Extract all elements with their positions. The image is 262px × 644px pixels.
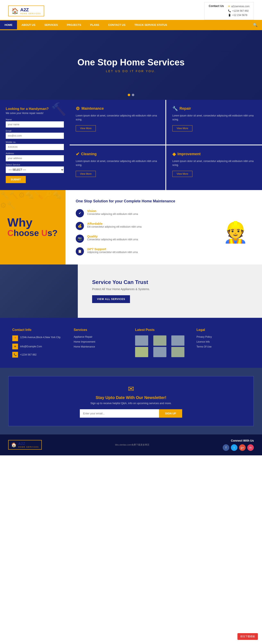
footer-logo-brand: A2Z [18, 442, 39, 446]
footer-email-icon: ✉ [12, 344, 18, 349]
repair-card: 🔧Repair Lorem ipsum dolor sit amet, cons… [166, 100, 262, 144]
hero-subtitle: LET US DO IT FOR YOU. [106, 70, 156, 73]
post-thumb-1 [135, 336, 148, 346]
posts-grid [135, 336, 188, 357]
connect-heading: Connect With Us [223, 439, 254, 442]
nav-contact[interactable]: CONTACT US [104, 20, 130, 29]
trust-heading: Service You Can Trust [92, 279, 248, 286]
footer-legal-2[interactable]: Licence Info [197, 340, 250, 343]
view-all-services-btn[interactable]: VIEW ALL SERVICES [92, 295, 130, 303]
footer-bottom-logo: 🏠 A2Z HOME SERVICES [8, 440, 42, 450]
hoose-text: hoose [13, 228, 41, 238]
why-right-heading: One Stop Solution for your Complete Home… [76, 199, 252, 204]
footer-services-heading: Services [74, 328, 127, 332]
improvement-card: ◆Improvement Lorem ipsum dolor sit amet,… [166, 145, 262, 190]
email-input[interactable] [6, 133, 64, 139]
footer-logo-sub: HOME SERVICES [18, 446, 39, 448]
cleaning-view-btn[interactable]: View More [76, 171, 96, 177]
quality-title: Quality [87, 234, 138, 238]
google-plus-icon[interactable]: g+ [239, 444, 246, 451]
footer-service-2[interactable]: Home Improvement [74, 340, 127, 343]
handyman-form: 🔨 Looking for a Handyman? We solve your … [0, 100, 70, 190]
trust-image [0, 264, 78, 318]
quality-desc: Consectetur adipiscing elit estibulum ni… [87, 238, 138, 241]
nav-services[interactable]: SERVICES [40, 20, 62, 29]
newsletter-signup-btn[interactable]: SIGN UP [159, 409, 182, 418]
cleaning-card: ✔Cleaning Lorem ipsum dolor sit amet, co… [70, 145, 165, 190]
name-group: Name [6, 118, 64, 128]
newsletter-box: ✉ Stay Upto Date With Our Newsletter! Si… [8, 376, 254, 426]
address-input[interactable] [6, 155, 64, 161]
why-item-support: 📋 24*7 Support Adipiscing consectetur el… [76, 247, 213, 256]
address-group: Address [6, 152, 64, 161]
vision-title: Vision [87, 209, 138, 212]
newsletter-email-input[interactable] [80, 409, 159, 418]
service-label: Select Service [6, 164, 64, 166]
footer-contact: Contact Info 📍 1234k Avenue,Block-4,New … [12, 328, 65, 358]
main-nav: HOME ABOUT US SERVICES PROJECTS PLANS CO… [0, 20, 262, 30]
affordable-text: Affordable Elit consectetur adipiscing e… [87, 222, 141, 228]
nav-projects[interactable]: PROJECTS [62, 20, 86, 29]
footer-legal-heading: Legal [197, 328, 250, 332]
repair-view-btn[interactable]: View More [172, 125, 192, 132]
logo-sub: HOME SERVICES [20, 12, 41, 15]
footer-house-icon: 🏠 [11, 442, 16, 448]
footer-phone-icon: 📞 [12, 352, 18, 358]
nav-track[interactable]: TRACK SERVICE STATUS [130, 20, 172, 29]
footer-legal-3[interactable]: Terms Of Use [197, 345, 250, 348]
hero-dots [128, 94, 134, 96]
footer-address: 📍 1234k Avenue,Block-4,New York City. [12, 336, 65, 341]
footer-legal-1[interactable]: Privacy Policy [197, 336, 250, 338]
why-heading-line1: Why [7, 216, 58, 228]
name-label: Name [6, 118, 64, 121]
trust-section: Service You Can Trust Protect All Your H… [0, 264, 262, 318]
footer-service-1[interactable]: Appliance Repair [74, 336, 127, 338]
hero-dot-1[interactable] [128, 94, 130, 96]
newsletter-wrapper: ✉ Stay Upto Date With Our Newsletter! Si… [0, 368, 262, 434]
footer-phone: 📞 +1234 567 892 [12, 352, 65, 358]
facebook-icon[interactable]: f [223, 444, 229, 451]
service-select[interactable]: ---- SELECT ---- [6, 166, 64, 173]
service-group: Select Service ---- SELECT ---- [6, 164, 64, 173]
why-right: One Stop Solution for your Complete Home… [65, 190, 262, 264]
email-label: Email [6, 130, 64, 132]
trust-desc: Protect All Your Home Appliances & Syste… [92, 288, 248, 291]
why-items-list: ✔ Vision Consectetur adipiscing elit est… [76, 209, 213, 256]
newsletter-heading: Stay Upto Date With Our Newsletter! [17, 395, 245, 400]
house-icon: 🏠 [11, 8, 19, 14]
hero-dot-2[interactable] [132, 94, 134, 96]
post-thumb-6 [171, 347, 184, 357]
connect-with-us: Connect With Us f t g+ in [223, 439, 254, 451]
support-desc: Adipiscing consectetur elit estibulum ni… [87, 251, 138, 254]
post-thumb-4 [135, 347, 148, 357]
footer-posts-heading: Latest Posts [135, 328, 188, 332]
s-text: s? [47, 228, 58, 238]
submit-button[interactable]: SUBMIT [6, 176, 26, 183]
nav-plans[interactable]: PLANS [86, 20, 104, 29]
why-section: 🔧🔨⚙🔩🪛🔑🔩⚙🔧 Why Choose Us? One Stop Soluti… [0, 190, 262, 264]
instagram-icon[interactable]: in [247, 444, 254, 451]
footer-service-3[interactable]: Home Maintenance [74, 345, 127, 348]
footer-bottom: 🏠 A2Z HOME SERVICES bbs.xienlao.com免费下载更… [0, 434, 262, 455]
vision-text: Vision Consectetur adipiscing elit estib… [87, 209, 138, 216]
contact-email: ✉ a2zservices.com [228, 4, 250, 9]
nav-home[interactable]: HOME [0, 20, 17, 29]
logo-brand: A2Z [20, 7, 41, 12]
footer-services: Services Appliance Repair Home Improveme… [74, 328, 127, 358]
vision-desc: Consectetur adipiscing elit estibulum ni… [87, 212, 138, 216]
mobile-input[interactable] [6, 144, 64, 150]
nav-about[interactable]: ABOUT US [17, 20, 40, 29]
name-input[interactable] [6, 122, 64, 128]
improvement-view-btn[interactable]: View More [172, 171, 192, 177]
search-icon[interactable]: 🔍 [249, 20, 262, 30]
twitter-icon[interactable]: t [231, 444, 238, 451]
u-letter: U [41, 228, 47, 238]
phone-icon-1: 📞 [228, 9, 231, 13]
support-icon: 📋 [76, 247, 84, 256]
maintenance-view-btn[interactable]: View More [76, 125, 96, 132]
hero-title: One Stop Home Services [77, 57, 184, 68]
support-title: 24*7 Support [87, 247, 138, 251]
email-group: Email [6, 130, 64, 139]
newsletter-icon: ✉ [17, 385, 245, 393]
worker-mascot: 👷 [219, 209, 252, 256]
